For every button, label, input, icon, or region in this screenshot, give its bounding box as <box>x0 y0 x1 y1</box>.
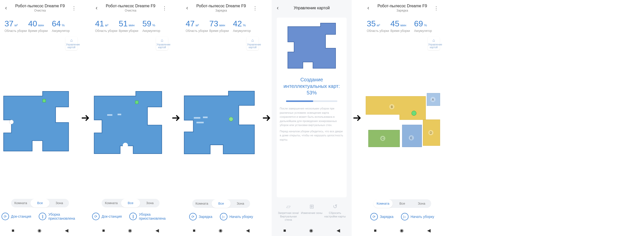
map-area[interactable]: ⌂ Управление картой A B C D E <box>362 35 442 199</box>
nav-bar: ■ ◉ ◀ <box>272 225 352 236</box>
nav-circle-icon[interactable]: ◉ <box>128 228 132 233</box>
nav-bar: ■ ◉ ◀ <box>91 225 171 236</box>
menu-icon[interactable]: ⋮ <box>252 5 259 11</box>
action-row: ⟳ Зарядка ▷ Начать уборку <box>181 213 261 225</box>
tabs: Комната Все Зона <box>373 199 431 208</box>
pause-button[interactable]: ‖ Уборка приостановлена <box>39 212 78 220</box>
mm-tools: ▱ Запретная зона/ Виртуальная стена ⊞ Из… <box>277 200 347 225</box>
map-management-button[interactable]: ⌂ Управление картой <box>428 37 440 50</box>
tab-zone[interactable]: Зона <box>412 199 431 208</box>
page-subtitle: Очистка <box>100 9 161 12</box>
nav-square-icon[interactable]: ■ <box>193 228 195 233</box>
svg-rect-5 <box>117 114 121 115</box>
screen-4: ‹ Управление картой Создание интеллектуа… <box>272 0 352 236</box>
reset-icon: ↺ <box>324 203 346 210</box>
menu-icon[interactable]: ⋮ <box>161 5 168 11</box>
tool-restricted-zone[interactable]: ▱ Запретная зона/ Виртуальная стена <box>277 203 300 221</box>
svg-rect-4 <box>107 114 112 116</box>
svg-point-24 <box>412 111 416 116</box>
nav-circle-icon[interactable]: ◉ <box>219 228 223 233</box>
nav-back-icon[interactable]: ◀ <box>65 228 68 233</box>
floor-map <box>182 50 260 194</box>
mm-floor-map <box>284 22 339 72</box>
arrow-icon <box>352 0 362 236</box>
tab-zone[interactable]: Зона <box>140 199 159 207</box>
nav-square-icon[interactable]: ■ <box>283 228 286 233</box>
nav-back-icon[interactable]: ◀ <box>155 228 159 233</box>
charge-icon: ⟳ <box>370 213 378 220</box>
tab-room[interactable]: Комната <box>11 199 30 207</box>
svg-rect-8 <box>203 116 208 118</box>
charge-button[interactable]: ⟳ Зарядка <box>189 213 212 220</box>
stat-time: 45мин Время уборки <box>390 20 414 33</box>
tab-room[interactable]: Комната <box>373 199 393 208</box>
tab-all[interactable]: Все <box>393 199 412 208</box>
back-icon[interactable]: ‹ <box>3 5 10 11</box>
nav-back-icon[interactable]: ◀ <box>427 228 431 233</box>
arrow-icon <box>80 0 91 236</box>
start-button[interactable]: ▷ Начать уборку <box>220 213 253 220</box>
map-management-button[interactable]: ⌂ Управление картой <box>65 37 77 50</box>
back-icon[interactable]: ‹ <box>93 5 100 11</box>
back-icon[interactable]: ‹ <box>365 5 372 11</box>
arrow-icon <box>261 0 272 236</box>
stats-row: 35м² Область уборки 45мин Время уборки 6… <box>362 15 442 35</box>
pause-button[interactable]: ‖ Уборка приостановлена <box>129 212 169 220</box>
menu-icon[interactable]: ⋮ <box>433 5 440 11</box>
svg-rect-3 <box>135 101 138 104</box>
start-button[interactable]: ▷ Начать уборку <box>401 213 434 220</box>
map-management-button[interactable]: ⌂ Управление картой <box>247 37 259 50</box>
tab-all[interactable]: Все <box>121 199 140 207</box>
nav-back-icon[interactable]: ◀ <box>246 228 250 233</box>
header: ‹ Робот-пылесос Dreame F9 Зарядка ⋮ <box>362 0 442 15</box>
screen-5: ‹ Робот-пылесос Dreame F9 Зарядка ⋮ 35м²… <box>362 0 442 236</box>
tab-room[interactable]: Комната <box>102 199 121 207</box>
nav-circle-icon[interactable]: ◉ <box>37 228 42 233</box>
action-row: ⟳ Док-станция ‖ Уборка приостановлена <box>0 212 80 225</box>
back-icon[interactable]: ‹ <box>274 5 281 11</box>
map-area[interactable]: ⌂ Управление картой <box>91 35 171 199</box>
mm-body: Создание интеллектуальных карт: 53% Посл… <box>272 15 352 225</box>
nav-bar: ■ ◉ ◀ <box>362 225 442 236</box>
dock-button[interactable]: ⟳ Док-станция <box>92 212 122 220</box>
mm-progress-fill <box>286 100 313 102</box>
tool-reset-map[interactable]: ↺ Сбросить настройки карты <box>324 203 346 221</box>
mm-progress-bar <box>286 100 337 102</box>
tab-zone[interactable]: Зона <box>231 199 250 208</box>
dock-icon: ⟳ <box>92 213 100 220</box>
mm-progress-title: Создание интеллектуальных карт: 53% <box>280 76 344 96</box>
svg-point-0 <box>9 120 14 124</box>
charge-button[interactable]: ⟳ Зарядка <box>370 213 393 220</box>
svg-text:E: E <box>410 136 412 140</box>
svg-text:B: B <box>391 105 393 109</box>
stat-time: 73мин Время уборки <box>209 20 233 33</box>
tab-room[interactable]: Комната <box>192 199 212 208</box>
tabs: Комната Все Зона <box>192 199 250 208</box>
nav-square-icon[interactable]: ■ <box>12 228 14 233</box>
charge-icon: ⟳ <box>189 213 197 220</box>
nav-back-icon[interactable]: ◀ <box>337 228 340 233</box>
nav-circle-icon[interactable]: ◉ <box>400 228 404 233</box>
action-row: ⟳ Зарядка ▷ Начать уборку <box>362 213 442 225</box>
map-area[interactable]: ⌂ Управление картой <box>0 35 80 199</box>
map-management-button[interactable]: ⌂ Управление картой <box>156 37 168 50</box>
stat-time: 40мин Время уборки <box>28 20 52 33</box>
nav-square-icon[interactable]: ■ <box>102 228 105 233</box>
screen-3: ‹ Робот-пылесос Dreame F9 Зарядка ⋮ 47м²… <box>181 0 261 236</box>
floor-map <box>92 50 170 194</box>
tab-zone[interactable]: Зона <box>50 199 69 207</box>
menu-icon[interactable]: ⋮ <box>70 5 77 11</box>
map-icon: ⌂ <box>66 38 77 43</box>
tab-all[interactable]: Все <box>212 199 231 208</box>
map-area[interactable]: ⌂ Управление картой <box>181 35 261 199</box>
dock-button[interactable]: ⟳ Док-станция <box>2 212 31 220</box>
map-icon: ⌂ <box>156 38 168 43</box>
nav-circle-icon[interactable]: ◉ <box>309 228 313 233</box>
tab-all[interactable]: Все <box>30 199 50 207</box>
arrow-icon <box>171 0 181 236</box>
mm-card: Создание интеллектуальных карт: 53% Посл… <box>277 18 347 197</box>
stat-battery: 42% Аккумулятор <box>233 20 257 33</box>
back-icon[interactable]: ‹ <box>184 5 191 11</box>
nav-square-icon[interactable]: ■ <box>374 228 377 233</box>
tool-edit-zone[interactable]: ⊞ Изменение зоны <box>300 203 323 221</box>
